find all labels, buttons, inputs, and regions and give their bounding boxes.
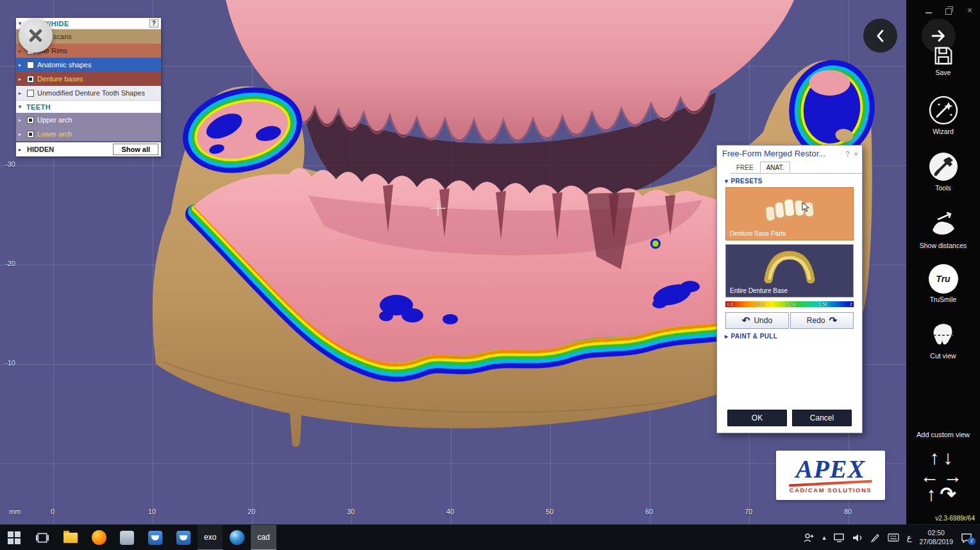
tray-date: 27/08/2019 bbox=[919, 538, 953, 546]
expander-icon[interactable]: ▸ bbox=[19, 62, 24, 68]
back-button[interactable] bbox=[863, 19, 897, 53]
paint-pull-section-header[interactable]: ▸ PAINT & PULL bbox=[725, 333, 862, 340]
close-button[interactable]: × bbox=[966, 6, 974, 14]
show-distances-button[interactable]: Show distances bbox=[906, 209, 980, 250]
lower-arch-checkbox[interactable] bbox=[27, 131, 34, 138]
close-overlay-button[interactable] bbox=[19, 19, 53, 53]
dialog-titlebar[interactable]: Free-Form Merged Restor... ? × bbox=[717, 146, 862, 160]
redo-label: Redo bbox=[807, 316, 825, 325]
freeform-dialog: Free-Form Merged Restor... ? × FREE ANAT… bbox=[716, 145, 863, 433]
cad-window-button[interactable]: cad bbox=[251, 525, 276, 550]
save-button[interactable]: Save bbox=[906, 45, 980, 77]
trusmile-button[interactable]: Tru TruSmile bbox=[906, 264, 980, 304]
start-button[interactable] bbox=[0, 525, 28, 550]
network-icon[interactable] bbox=[834, 533, 845, 542]
chevron-right-icon: ▸ bbox=[725, 333, 728, 340]
layer-row-upper-arch[interactable]: ▸ Upper arch bbox=[16, 113, 161, 127]
view-up-down-arrows[interactable]: ↑↓ bbox=[906, 449, 980, 467]
ruler-left-label: -30 bbox=[5, 160, 15, 168]
undo-label: Undo bbox=[754, 316, 772, 325]
expander-icon[interactable]: ▸ bbox=[19, 90, 24, 96]
upper-arch-checkbox[interactable] bbox=[27, 117, 34, 124]
windows-logo-icon bbox=[8, 531, 21, 544]
dental-app-icon bbox=[148, 531, 162, 545]
layer-row-lower-arch[interactable]: ▸ Lower arch bbox=[16, 127, 161, 141]
presets-title: PRESETS bbox=[731, 178, 762, 185]
pen-icon[interactable] bbox=[870, 533, 880, 542]
taskbar: exo cad ▴ bbox=[0, 524, 980, 550]
exo-window-button[interactable]: exo bbox=[198, 525, 223, 550]
view-left-right-arrows[interactable]: ←→ bbox=[906, 467, 980, 486]
action-center-button[interactable]: 2 bbox=[961, 533, 972, 543]
people-icon[interactable] bbox=[804, 533, 815, 543]
viewport[interactable]: -30 -20 -10 mm 0 10 20 30 40 50 60 70 80… bbox=[0, 0, 906, 524]
hidden-section-row[interactable]: ▸ HIDDEN Show all bbox=[16, 142, 161, 156]
sphere-app-icon bbox=[230, 530, 244, 545]
expander-icon[interactable]: ▸ bbox=[19, 76, 24, 82]
tab-anat[interactable]: ANAT. bbox=[760, 162, 791, 173]
preset-entire-denture-base[interactable]: Entire Denture Base bbox=[725, 244, 854, 297]
task-view-icon bbox=[36, 531, 49, 544]
layer-row-unmodified-teeth[interactable]: ▸ Unmodified Denture Tooth Shapes bbox=[16, 86, 161, 100]
keyboard-icon[interactable] bbox=[888, 533, 899, 542]
file-explorer-button[interactable] bbox=[56, 525, 85, 550]
app-button-sphere[interactable] bbox=[223, 525, 251, 550]
teeth-section-header[interactable]: ▾ TEETH bbox=[16, 100, 161, 113]
scale-tick: 2 bbox=[850, 302, 852, 306]
redo-button[interactable]: Redo ↷ bbox=[790, 312, 854, 329]
view-rotate-arrows[interactable]: ↑↷ bbox=[906, 485, 980, 504]
app-button-1[interactable] bbox=[113, 525, 141, 550]
denture-bases-checkbox[interactable] bbox=[27, 76, 34, 83]
save-label: Save bbox=[936, 69, 951, 77]
dialog-close-button[interactable]: × bbox=[854, 150, 858, 158]
layer-row-anatomic-shapes[interactable]: ▸ Anatomic shapes bbox=[16, 58, 161, 72]
ruler-bottom-label: 70 bbox=[745, 508, 752, 515]
anatomic-shapes-checkbox[interactable] bbox=[27, 62, 34, 69]
restore-button[interactable] bbox=[945, 6, 953, 14]
volume-icon[interactable] bbox=[852, 533, 863, 542]
trusmile-label: TruSmile bbox=[930, 296, 957, 304]
scale-tick: 1.14 bbox=[787, 302, 796, 306]
app-button-3[interactable] bbox=[169, 525, 198, 550]
app-button-2[interactable] bbox=[141, 525, 169, 550]
ruler-bottom-label: 40 bbox=[446, 508, 454, 515]
layer-row-denture-bases[interactable]: ▸ Denture bases bbox=[16, 72, 161, 86]
tools-button[interactable]: Tools bbox=[906, 151, 980, 192]
distance-spot bbox=[650, 238, 661, 249]
taskbar-clock[interactable]: 02:50 27/08/2019 bbox=[919, 529, 953, 546]
tab-free[interactable]: FREE bbox=[730, 162, 760, 173]
ok-button[interactable]: OK bbox=[727, 410, 787, 426]
undo-button[interactable]: ↶ Undo bbox=[725, 312, 789, 329]
preset-label: Denture Base Parts bbox=[730, 230, 786, 237]
help-button[interactable]: ? bbox=[149, 19, 158, 28]
view-arrows-cluster[interactable]: ↑↓ ←→ ↑↷ bbox=[906, 449, 980, 504]
unmodified-teeth-checkbox[interactable] bbox=[27, 90, 34, 97]
dialog-help-button[interactable]: ? bbox=[845, 150, 849, 158]
presets-section-header[interactable]: ▾ PRESETS bbox=[725, 178, 862, 185]
tools-label: Tools bbox=[935, 185, 951, 192]
tray-expand-icon[interactable]: ▴ bbox=[822, 533, 826, 542]
minimize-button[interactable] bbox=[925, 6, 933, 14]
task-view-button[interactable] bbox=[28, 525, 56, 550]
layer-label: Upper arch bbox=[37, 116, 72, 124]
expander-icon[interactable]: ▸ bbox=[19, 117, 24, 123]
cut-view-button[interactable]: Cut view bbox=[906, 321, 980, 360]
show-all-button[interactable]: Show all bbox=[113, 144, 158, 155]
dialog-title: Free-Form Merged Restor... bbox=[722, 149, 825, 158]
cancel-button[interactable]: Cancel bbox=[792, 410, 852, 426]
wizard-button[interactable]: Wizard bbox=[906, 95, 980, 136]
expander-icon[interactable]: ▸ bbox=[19, 131, 24, 137]
notification-badge: 2 bbox=[968, 537, 976, 545]
expander-icon: ▸ bbox=[19, 147, 24, 153]
add-custom-view-button[interactable]: Add custom view bbox=[906, 431, 980, 438]
firefox-button[interactable] bbox=[85, 525, 113, 550]
apex-logo: APEX CAD/CAM SOLUTIONS bbox=[776, 451, 885, 500]
layer-label: Denture bases bbox=[37, 75, 83, 83]
expander-icon[interactable]: ▸ bbox=[19, 48, 24, 54]
paint-pull-title: PAINT & PULL bbox=[731, 333, 777, 340]
arrow-right-icon bbox=[929, 26, 949, 46]
language-indicator[interactable]: ع bbox=[907, 533, 912, 542]
denture-thumbnail bbox=[761, 250, 818, 283]
preset-denture-base-parts[interactable]: Denture Base Parts bbox=[725, 187, 854, 240]
ruler-bottom-label: 0 bbox=[51, 508, 55, 515]
